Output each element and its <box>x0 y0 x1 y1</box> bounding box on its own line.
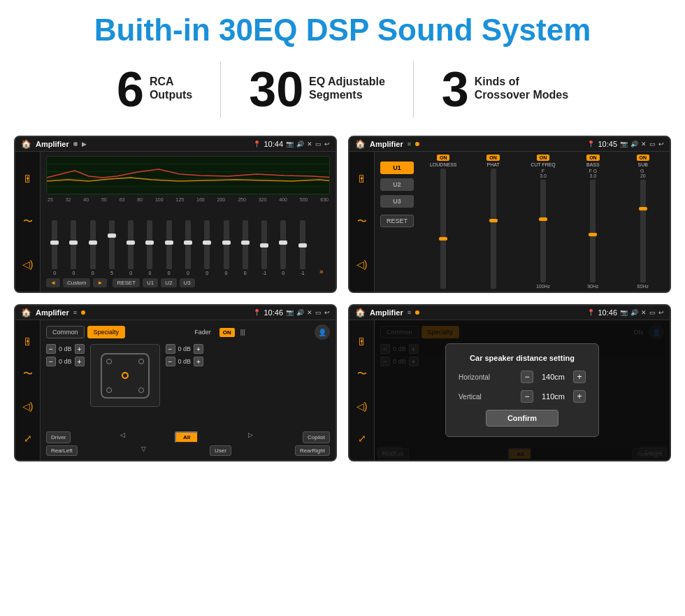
slider-thumb[interactable] <box>69 241 78 245</box>
slider-track[interactable] <box>204 220 210 269</box>
plus-btn-4[interactable]: + <box>194 357 203 366</box>
vol-icon-sidebar-1[interactable]: ◁) <box>20 256 36 273</box>
wave-icon-3[interactable]: 〜 <box>20 366 36 382</box>
wave-icon-1[interactable]: 〜 <box>20 213 36 230</box>
slider-thumb[interactable] <box>184 241 192 245</box>
slider-track[interactable] <box>71 220 76 269</box>
cutfreq-on-badge[interactable]: ON <box>537 155 550 161</box>
phat-on-badge[interactable]: ON <box>486 155 500 161</box>
loudness-slider[interactable] <box>440 169 446 289</box>
vol-icon-sidebar-4[interactable]: ◁) <box>354 398 370 415</box>
tab-specialty-3[interactable]: Specialty <box>87 326 126 338</box>
eq-icon-3[interactable]: 🎚 <box>20 334 36 350</box>
minus-btn-4[interactable]: − <box>166 357 175 366</box>
back-icon-3[interactable]: ↩ <box>324 309 330 316</box>
slider-thumb[interactable] <box>260 243 268 248</box>
all-btn[interactable]: All <box>175 431 199 443</box>
rearright-btn[interactable]: RearRight <box>295 445 330 456</box>
window-icon-3[interactable]: ▭ <box>315 309 322 316</box>
home-icon-3[interactable]: 🏠 <box>21 308 31 317</box>
confirm-button[interactable]: Confirm <box>486 410 558 427</box>
u3-select[interactable]: U3 <box>380 195 414 208</box>
expand-icon[interactable]: » <box>319 268 324 275</box>
slider-track[interactable] <box>224 220 229 269</box>
phat-thumb[interactable] <box>489 219 498 222</box>
slider-track[interactable] <box>243 220 248 269</box>
sub-slider[interactable] <box>640 180 646 282</box>
plus-btn-3[interactable]: + <box>194 344 203 354</box>
minus-btn-1[interactable]: − <box>46 344 56 354</box>
slider-track[interactable] <box>90 220 96 269</box>
plus-btn-2[interactable]: + <box>75 357 85 366</box>
profile-icon-3[interactable]: 👤 <box>315 324 330 340</box>
plus-btn-1[interactable]: + <box>75 344 85 354</box>
slider-thumb[interactable] <box>298 243 307 248</box>
sub-thumb[interactable] <box>639 207 647 210</box>
horizontal-plus[interactable]: + <box>573 371 586 383</box>
slider-track[interactable] <box>261 220 267 269</box>
vol-icon-sidebar-2[interactable]: ◁) <box>354 256 370 273</box>
vertical-minus[interactable]: − <box>521 390 533 403</box>
slider-thumb[interactable] <box>89 241 97 245</box>
phat-slider[interactable] <box>491 169 496 289</box>
arrow-right[interactable]: ▷ <box>248 431 253 443</box>
loudness-thumb[interactable] <box>439 237 447 241</box>
slider-thumb[interactable] <box>145 241 154 245</box>
user-btn[interactable]: User <box>210 445 231 456</box>
fader-on-btn[interactable]: ON <box>219 328 235 337</box>
window-icon-2[interactable]: ▭ <box>649 141 656 148</box>
play-button[interactable]: ► <box>93 278 107 287</box>
slider-track[interactable] <box>147 220 152 269</box>
slider-track[interactable] <box>166 220 172 269</box>
close-icon-2[interactable]: ✕ <box>641 141 647 148</box>
home-icon-2[interactable]: 🏠 <box>355 139 366 149</box>
vol-icon-sidebar-3[interactable]: ◁) <box>20 398 36 415</box>
copilot-btn[interactable]: Copilot <box>303 431 330 443</box>
minus-btn-3[interactable]: − <box>166 344 175 354</box>
u2-select[interactable]: U2 <box>380 178 414 191</box>
bass-slider[interactable] <box>590 180 596 282</box>
u3-button[interactable]: U3 <box>180 278 195 287</box>
slider-track[interactable] <box>52 220 57 269</box>
slider-thumb[interactable] <box>203 241 211 245</box>
expand-icon-3[interactable]: ⤢ <box>20 430 36 447</box>
slider-thumb[interactable] <box>108 234 116 238</box>
bass-thumb[interactable] <box>589 233 597 236</box>
back-icon-4[interactable]: ↩ <box>658 309 664 316</box>
slider-track[interactable] <box>185 220 191 269</box>
cutfreq-thumb[interactable] <box>539 217 547 221</box>
window-icon-1[interactable]: ▭ <box>315 141 322 148</box>
wave-icon-2[interactable]: 〜 <box>354 213 370 230</box>
reset-button[interactable]: RESET <box>113 278 140 287</box>
back-icon-2[interactable]: ↩ <box>658 141 664 148</box>
prev-button[interactable]: ◄ <box>46 278 60 287</box>
rearleft-btn[interactable]: RearLeft <box>46 445 78 456</box>
slider-thumb[interactable] <box>241 241 250 245</box>
home-icon-4[interactable]: 🏠 <box>355 308 366 317</box>
slider-track[interactable] <box>128 220 134 269</box>
eq-icon-2[interactable]: 🎚 <box>354 171 370 187</box>
eq-icon-4[interactable]: 🎚 <box>354 334 370 350</box>
arrow-down[interactable]: ▽ <box>141 445 146 456</box>
loudness-on-badge[interactable]: ON <box>437 155 450 161</box>
reset-btn-2[interactable]: RESET <box>380 215 414 227</box>
slider-thumb[interactable] <box>165 241 173 245</box>
u1-button[interactable]: U1 <box>143 278 158 287</box>
slider-thumb[interactable] <box>279 241 287 245</box>
u2-button[interactable]: U2 <box>161 278 176 287</box>
minus-btn-2[interactable]: − <box>46 357 56 366</box>
cutfreq-slider[interactable] <box>540 180 546 282</box>
u1-select[interactable]: U1 <box>380 162 414 174</box>
custom-label[interactable]: Custom <box>63 278 91 287</box>
close-icon-3[interactable]: ✕ <box>307 309 312 316</box>
slider-thumb[interactable] <box>222 241 231 245</box>
wave-icon-4[interactable]: 〜 <box>354 366 370 382</box>
vertical-plus[interactable]: + <box>573 390 586 403</box>
tab-common-3[interactable]: Common <box>46 326 85 338</box>
horizontal-minus[interactable]: − <box>521 371 533 383</box>
eq-icon-1[interactable]: 🎚 <box>20 171 36 187</box>
sub-on-badge[interactable]: ON <box>637 155 650 161</box>
slider-track[interactable] <box>300 220 305 269</box>
arrow-left[interactable]: ◁ <box>120 431 125 443</box>
driver-btn[interactable]: Driver <box>46 431 71 443</box>
